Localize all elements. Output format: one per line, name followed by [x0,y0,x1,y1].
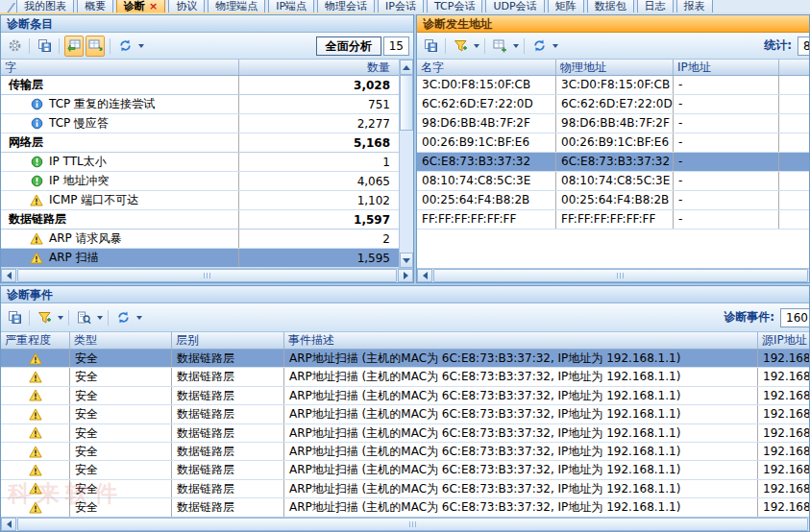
event-severity-cell [1,350,70,367]
event-row[interactable]: 安全数据链路层ARP地址扫描 (主机的MAC为 6C:E8:73:B3:37:3… [1,461,809,479]
toolbar-separator [484,38,485,54]
scroll-left-icon[interactable] [417,269,432,282]
horizontal-scrollbar[interactable] [1,268,413,282]
refresh-icon[interactable] [113,307,133,328]
save-icon[interactable] [5,307,24,328]
column-header-layer[interactable]: 层别 [172,332,284,349]
address-row[interactable]: 3C:D0:F8:15:0F:CB3C:D0:F8:15:0F:CB- [417,76,809,95]
diagnosis-addresses-title: 诊断发生地址 [417,15,809,33]
filter-dropdown-caret[interactable] [474,44,479,48]
diagnosis-item-label: ARP 扫描 [49,250,99,266]
event-row[interactable]: 安全数据链路层ARP地址扫描 (主机的MAC为 6C:E8:73:B3:37:3… [1,368,809,386]
diagnosis-item-row[interactable]: TCP 慢应答2,277 [1,114,399,133]
diagnosis-item-row[interactable]: 传输层3,028 [1,76,399,95]
diagnosis-item-name-cell: ARP 扫描 [1,249,239,267]
address-name-cell: 98:D6:BB:4B:7F:2F [417,114,556,133]
diagnosis-item-count: 2 [239,232,399,246]
diagnosis-item-name-cell: IP 地址冲突 [1,172,239,190]
event-layer-cell: 数据链路层 [172,443,284,460]
table-add-dropdown-caret[interactable] [513,44,519,48]
address-row[interactable]: 08:10:74:C8:5C:3E08:10:74:C8:5C:3E- [417,172,809,191]
warning-icon [30,232,43,245]
diagnosis-item-name-cell: TCP 慢应答 [1,114,239,133]
diagnosis-item-row[interactable]: IP TTL太小1 [1,153,399,172]
address-empty-cell [779,76,809,94]
event-row[interactable]: 安全数据链路层ARP地址扫描 (主机的MAC为 6C:E8:73:B3:37:3… [1,350,809,368]
save-icon[interactable] [421,36,440,57]
scroll-right-icon[interactable] [398,269,413,282]
scrollbar-thumb[interactable] [400,75,413,131]
diagnosis-item-row[interactable]: ARP 请求风暴2 [1,230,399,249]
scroll-left-icon[interactable] [1,518,16,531]
diagnosis-item-row[interactable]: ARP 扫描1,595 [1,249,399,268]
event-row[interactable]: 安全数据链路层ARP地址扫描 (主机的MAC为 6C:E8:73:B3:37:3… [1,480,809,498]
table-add-icon[interactable] [490,36,509,57]
event-description-cell: ARP地址扫描 (主机的MAC为 6C:E8:73:B3:37:32, IP地址… [284,368,758,385]
column-header-type[interactable]: 类型 [70,332,172,349]
filter-dropdown-caret[interactable] [58,316,63,320]
diagnosis-item-row[interactable]: IP 地址冲突4,065 [1,172,399,191]
event-row[interactable]: 安全数据链路层ARP地址扫描 (主机的MAC为 6C:E8:73:B3:37:3… [1,405,809,423]
diagnosis-item-row[interactable]: ICMP 端口不可达1,102 [1,191,399,210]
address-row[interactable]: 98:D6:BB:4B:7F:2F98:D6:BB:4B:7F:2F- [417,114,809,133]
locate-icon[interactable] [74,307,93,328]
event-row[interactable]: 安全数据链路层ARP地址扫描 (主机的MAC为 6C:E8:73:B3:37:3… [1,424,809,443]
scroll-left-icon[interactable] [1,269,16,282]
column-header-ip[interactable]: IP地址 [674,60,779,75]
stats-value-box[interactable]: 8 [798,36,809,56]
diagnosis-item-row[interactable]: 网络层5,168 [1,133,399,153]
refresh-dropdown-caret[interactable] [552,44,558,48]
refresh-icon[interactable] [529,36,549,57]
scrollbar-thumb[interactable] [433,269,808,282]
scrollbar-track[interactable] [400,75,413,253]
event-type-cell: 安全 [70,350,172,367]
event-severity-cell [1,461,70,478]
table-add-icon[interactable] [86,36,105,57]
address-row[interactable]: FF:FF:FF:FF:FF:FFFF:FF:FF:FF:FF:FF- [417,210,809,230]
filter-icon[interactable] [35,307,54,328]
scroll-down-icon[interactable] [400,253,413,268]
address-row[interactable]: 6C:62:6D:E7:22:0D6C:62:6D:E7:22:0D- [417,95,809,114]
table-export-icon[interactable] [64,36,84,57]
diagnosis-item-count: 2,277 [239,117,399,131]
locate-dropdown-caret[interactable] [97,316,103,320]
column-header-count[interactable]: 数量 [239,60,399,75]
settings-gear-icon[interactable] [5,36,24,57]
vertical-scrollbar[interactable] [399,60,413,268]
save-icon[interactable] [35,36,54,57]
refresh-dropdown-caret[interactable] [138,44,144,48]
column-header-source-ip[interactable]: 源IP地址 [758,332,809,349]
event-row[interactable]: 安全数据链路层ARP地址扫描 (主机的MAC为 6C:E8:73:B3:37:3… [1,443,809,461]
filter-icon[interactable] [451,36,470,57]
event-row[interactable]: 安全数据链路层ARP地址扫描 (主机的MAC为 6C:E8:73:B3:37:3… [1,498,809,517]
address-row[interactable]: 00:25:64:F4:B8:2B00:25:64:F4:B8:2B- [417,191,809,210]
scroll-up-icon[interactable] [400,60,413,75]
diagnosis-item-row[interactable]: TCP 重复的连接尝试751 [1,95,399,114]
analysis-mode-button[interactable]: 全面分析 [316,36,381,56]
column-header-description[interactable]: 事件描述 [284,332,758,349]
address-empty-cell [779,210,809,229]
diagnosis-events-panel: 诊断事件 诊断事件: 160 严重程度 [0,285,810,532]
column-header-mac[interactable]: 物理地址 [556,60,674,75]
address-row[interactable]: 6C:E8:73:B3:37:326C:E8:73:B3:37:32- [417,153,809,172]
diagnosis-items-grid: 字 数量 传输层3,028TCP 重复的连接尝试751TCP 慢应答2,277网… [1,60,399,268]
column-header-severity[interactable]: 严重程度 [1,332,70,349]
analysis-value-box[interactable]: 15 [383,36,409,56]
diagnosis-item-row[interactable]: 数据链路层1,597 [1,210,399,230]
column-header-name[interactable]: 字 [1,60,239,75]
horizontal-scrollbar[interactable] [417,268,809,282]
column-header-name[interactable]: 名字 [417,60,556,75]
event-row[interactable]: 安全数据链路层ARP地址扫描 (主机的MAC为 6C:E8:73:B3:37:3… [1,387,809,405]
horizontal-scrollbar[interactable] [1,517,809,531]
address-row[interactable]: 00:26:B9:1C:BF:E600:26:B9:1C:BF:E6- [417,133,809,153]
refresh-icon[interactable] [115,36,135,57]
diagnosis-item-count: 751 [239,98,399,111]
scrollbar-thumb[interactable] [17,269,397,282]
events-count-box[interactable]: 160 [780,308,809,327]
refresh-dropdown-caret[interactable] [136,316,142,320]
event-severity-cell [1,443,70,460]
warning-icon [29,501,42,514]
scrollbar-thumb[interactable] [17,518,808,531]
event-source-ip-cell: 192.168.1.1 [758,368,809,385]
address-mac-cell: 6C:62:6D:E7:22:0D [556,95,674,113]
